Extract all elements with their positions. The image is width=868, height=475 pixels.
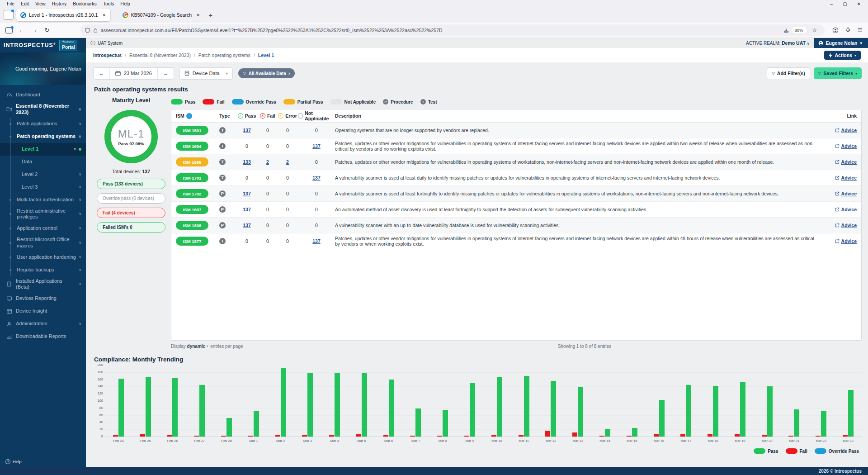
menu-item-help[interactable]: Help (117, 1, 133, 6)
pass-count[interactable]: 137 (236, 223, 258, 228)
advice-link[interactable]: Advice (821, 128, 857, 133)
pass-count[interactable]: 137 (236, 207, 258, 212)
column-header-description[interactable]: Description (335, 113, 821, 119)
account-icon[interactable] (832, 27, 839, 33)
new-tab-button[interactable]: + (208, 11, 212, 19)
pass-count[interactable]: 133 (236, 159, 258, 165)
sidebar-item-downloadable-reports[interactable]: Downloadable Reports (0, 330, 86, 343)
window-maximize-button[interactable]: ▢ (843, 1, 847, 6)
date-picker[interactable]: 23 Mar 2026 (109, 68, 157, 79)
saved-filters-button[interactable]: ▽ Saved Filters ▾ (814, 67, 862, 79)
add-filter-button[interactable]: ▽ Add Filter(s) (767, 67, 810, 79)
type-procedure-icon: P (219, 190, 226, 197)
advice-link[interactable]: Advice (821, 207, 857, 212)
breadcrumb-item[interactable]: Patch operating systems (198, 52, 250, 58)
na-count[interactable]: 137 (298, 175, 335, 180)
maturity-pill: Override pass (0 devices) (97, 193, 165, 204)
pass-bar (281, 368, 286, 437)
help-link[interactable]: ? Help (5, 459, 22, 464)
sidebar-item-multi-factor-authentication[interactable]: Multi-factor authentication∨ (0, 194, 86, 206)
tab-close-icon[interactable]: ✕ (196, 13, 200, 18)
menu-item-bookmarks[interactable]: Bookmarks (70, 1, 100, 6)
tab-close-icon[interactable]: ✕ (102, 13, 106, 18)
column-header-link[interactable]: Link (821, 113, 857, 119)
menu-item-tools[interactable]: Tools (100, 1, 118, 6)
column-header-pass[interactable]: ✓Pass (236, 113, 258, 119)
menu-item-edit[interactable]: Edit (18, 1, 32, 6)
url-field[interactable]: assessoruat.introspectus.com.au/E8/Patch… (80, 24, 825, 36)
sidebar-item-restrict-microsoft-office-macros[interactable]: Restrict Microsoft Office macros∨ (0, 235, 86, 251)
lock-icon[interactable] (93, 28, 98, 33)
column-header-not-applicable[interactable]: −Not Applicable (298, 110, 335, 121)
advice-link[interactable]: Advice (821, 191, 857, 196)
sidebar-item-application-control[interactable]: Application control∨ (0, 222, 86, 235)
zoom-level-badge[interactable]: 80% (792, 27, 807, 33)
sidebar-item-level-2[interactable]: Level 2∨ (0, 168, 86, 181)
advice-link[interactable]: Advice (821, 175, 857, 180)
column-header-type[interactable]: Type (219, 113, 236, 119)
sidebar-item-regular-backups[interactable]: Regular backups∨ (0, 264, 86, 276)
sidebar-item-level-1[interactable]: Level 1∨ (0, 143, 86, 156)
column-header-error[interactable]: !Error (277, 113, 298, 119)
scope-filter-button[interactable]: ▽ All Available Data › (238, 68, 295, 78)
bookmark-star-icon[interactable]: ☆ (812, 27, 817, 33)
bar-group-mar-6 (375, 366, 402, 437)
window-close-button[interactable]: ✕ (857, 1, 861, 6)
menu-item-view[interactable]: View (32, 1, 49, 6)
sidebar-item-user-application-hardening[interactable]: User application hardening∨ (0, 251, 86, 264)
column-header-ism[interactable]: ISM↓ (176, 113, 219, 119)
sidebar-item-installed-applications-beta-[interactable]: Installed Applications (Beta)∨ (0, 276, 86, 293)
advice-link[interactable]: Advice (821, 159, 857, 165)
pass-count[interactable]: 137 (236, 128, 258, 133)
date-prev-button[interactable]: ← (94, 68, 109, 79)
firefox-view-icon[interactable] (5, 27, 13, 33)
entries-per-page-select[interactable]: dynamic (187, 344, 206, 349)
sort-desc-icon[interactable]: ↓ (186, 113, 192, 119)
breadcrumb-item[interactable]: Essential 8 (November 2023) (129, 52, 191, 58)
window-minimize-button[interactable]: – (830, 1, 833, 6)
ism-badge: ISM 1702 (176, 189, 208, 198)
sidebar-item-devices-reporting[interactable]: Devices Reporting (0, 292, 86, 305)
sidebar-item-dashboard[interactable]: Dashboard (0, 89, 86, 101)
pass-bar (605, 429, 610, 437)
error-count: 0 (277, 238, 298, 244)
tab-list-icon[interactable] (4, 10, 14, 20)
sidebar-item-level-3[interactable]: Level 3∨ (0, 181, 86, 194)
column-header-fail[interactable]: ✗Fail (258, 113, 277, 119)
na-count[interactable]: 137 (298, 143, 335, 149)
advice-link[interactable]: Advice (821, 238, 857, 244)
sidebar-item-essential-8-november-2023-[interactable]: Essential 8 (November 2023)∧ (0, 101, 86, 118)
downloads-icon[interactable] (783, 28, 789, 33)
menu-item-file[interactable]: File (4, 1, 18, 6)
sidebar-item-patch-applications[interactable]: Patch applications∨ (0, 118, 86, 130)
fail-count[interactable]: 2 (258, 159, 277, 165)
user-menu-button[interactable]: Eugene Nolan ∨ (814, 38, 868, 48)
date-next-button[interactable]: → (157, 68, 174, 79)
advice-link[interactable]: Advice (821, 223, 857, 228)
x-tick-label: Mar 8 (429, 437, 456, 443)
data-source-select[interactable]: Device Data ▾ (179, 67, 233, 80)
sidebar-item-administration[interactable]: Administration∨ (0, 318, 86, 330)
browser-tab-active[interactable]: Level 1 - Introspectus v26.3.10.1 ✕ (16, 9, 110, 21)
reload-button[interactable]: ↻ (41, 27, 53, 33)
error-count[interactable]: 2 (277, 159, 298, 165)
actions-button[interactable]: Actions ▾ (824, 51, 861, 60)
app-menu-icon[interactable]: ☰ (857, 27, 863, 33)
back-button[interactable]: ← (15, 27, 28, 33)
pass-count[interactable]: 137 (236, 191, 258, 196)
breadcrumb-home[interactable]: Introspectus (93, 52, 122, 58)
advice-link[interactable]: Advice (821, 143, 857, 149)
menu-item-history[interactable]: History (49, 1, 70, 6)
active-realm[interactable]: ACTIVE REALM: Demo UAT ∨ (746, 40, 809, 46)
sidebar-item-patch-operating-systems[interactable]: Patch operating systems∧ (0, 130, 86, 143)
forward-button[interactable]: → (28, 27, 41, 33)
na-count[interactable]: 137 (298, 238, 335, 244)
shield-icon[interactable] (85, 28, 90, 33)
browser-tab[interactable]: G KB5074109 - Google Search ✕ (118, 9, 204, 21)
sidebar-item-device-insight[interactable]: Device Insight (0, 305, 86, 318)
copyright-text: 2026 © Introspectus (819, 469, 862, 474)
sidebar-item-restrict-administrative-privileges[interactable]: Restrict administrative privileges∨ (0, 206, 86, 223)
sidebar-item-data[interactable]: Data (0, 156, 86, 168)
bar-group-mar-18 (699, 366, 726, 437)
extensions-puzzle-icon[interactable] (845, 27, 851, 33)
